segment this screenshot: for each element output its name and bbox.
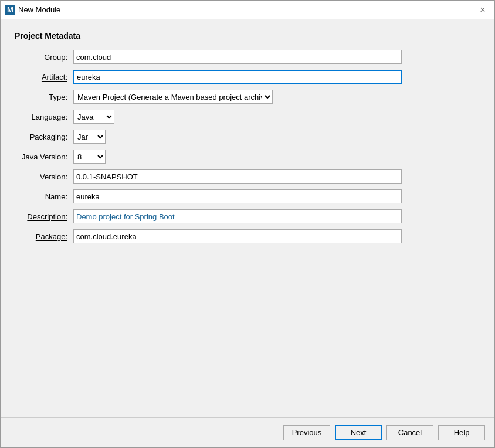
packaging-label: Packaging: [15, 133, 73, 141]
java-version-select[interactable]: 8 11 17 [73, 150, 106, 164]
title-bar-left: M New Module [5, 5, 60, 15]
type-select[interactable]: Maven Project (Generate a Maven based pr… [73, 90, 273, 104]
type-row: Type: Maven Project (Generate a Maven ba… [15, 90, 480, 104]
group-input[interactable] [73, 50, 402, 64]
name-label: Name: [15, 192, 73, 201]
artifact-input[interactable] [73, 70, 402, 84]
dialog-content: Project Metadata Group: Artifact: Type: … [1, 19, 494, 417]
description-row: Description: [15, 209, 480, 223]
name-input[interactable] [73, 189, 402, 203]
version-row: Version: [15, 169, 480, 184]
description-label: Description: [15, 212, 73, 221]
version-label: Version: [15, 172, 73, 181]
cancel-button[interactable]: Cancel [386, 425, 433, 440]
packaging-select[interactable]: Jar War [73, 130, 106, 144]
java-version-row: Java Version: 8 11 17 [15, 150, 480, 164]
artifact-label: Artifact: [15, 73, 73, 82]
module-icon: M [5, 5, 15, 15]
description-input[interactable] [73, 209, 402, 223]
section-title: Project Metadata [15, 31, 480, 40]
close-button[interactable]: × [476, 3, 490, 17]
version-input[interactable] [73, 169, 402, 184]
package-label: Package: [15, 232, 73, 241]
name-row: Name: [15, 189, 480, 203]
language-select[interactable]: Java Kotlin Groovy [73, 110, 114, 124]
language-row: Language: Java Kotlin Groovy [15, 110, 480, 124]
package-row: Package: [15, 229, 480, 243]
new-module-dialog: M New Module × Project Metadata Group: A… [0, 0, 495, 448]
dialog-title: New Module [18, 5, 60, 14]
packaging-row: Packaging: Jar War [15, 130, 480, 144]
java-version-label: Java Version: [15, 152, 73, 161]
type-label: Type: [15, 93, 73, 101]
artifact-row: Artifact: [15, 70, 480, 84]
next-button[interactable]: Next [335, 425, 382, 440]
title-bar: M New Module × [1, 1, 494, 19]
help-button[interactable]: Help [438, 425, 485, 440]
package-input[interactable] [73, 229, 402, 243]
svg-text:M: M [7, 5, 13, 14]
language-label: Language: [15, 113, 73, 121]
group-row: Group: [15, 50, 480, 64]
previous-button[interactable]: Previous [283, 425, 330, 440]
group-label: Group: [15, 53, 73, 62]
dialog-footer: Previous Next Cancel Help [1, 417, 494, 447]
